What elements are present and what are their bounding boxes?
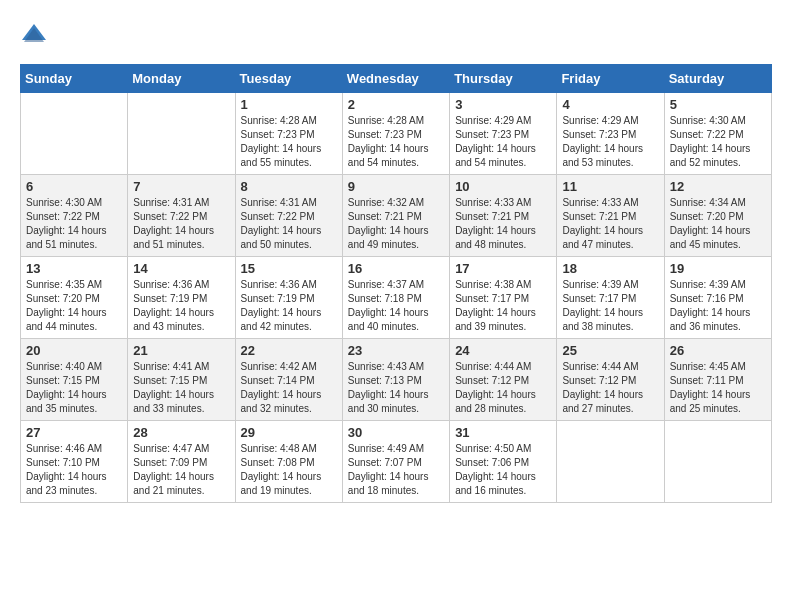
calendar-header-row: SundayMondayTuesdayWednesdayThursdayFrid…: [21, 65, 772, 93]
day-info: Sunrise: 4:41 AM Sunset: 7:15 PM Dayligh…: [133, 360, 229, 416]
day-info: Sunrise: 4:43 AM Sunset: 7:13 PM Dayligh…: [348, 360, 444, 416]
day-number: 16: [348, 261, 444, 276]
day-info: Sunrise: 4:29 AM Sunset: 7:23 PM Dayligh…: [562, 114, 658, 170]
day-number: 15: [241, 261, 337, 276]
calendar-cell: 25Sunrise: 4:44 AM Sunset: 7:12 PM Dayli…: [557, 339, 664, 421]
day-number: 12: [670, 179, 766, 194]
calendar-cell: 15Sunrise: 4:36 AM Sunset: 7:19 PM Dayli…: [235, 257, 342, 339]
day-info: Sunrise: 4:50 AM Sunset: 7:06 PM Dayligh…: [455, 442, 551, 498]
day-number: 17: [455, 261, 551, 276]
day-number: 11: [562, 179, 658, 194]
day-number: 20: [26, 343, 122, 358]
day-number: 22: [241, 343, 337, 358]
logo: [20, 20, 52, 48]
day-number: 27: [26, 425, 122, 440]
calendar-cell: 12Sunrise: 4:34 AM Sunset: 7:20 PM Dayli…: [664, 175, 771, 257]
day-number: 3: [455, 97, 551, 112]
calendar-cell: 26Sunrise: 4:45 AM Sunset: 7:11 PM Dayli…: [664, 339, 771, 421]
calendar-cell: [21, 93, 128, 175]
calendar-cell: 23Sunrise: 4:43 AM Sunset: 7:13 PM Dayli…: [342, 339, 449, 421]
day-number: 10: [455, 179, 551, 194]
calendar-week-2: 6Sunrise: 4:30 AM Sunset: 7:22 PM Daylig…: [21, 175, 772, 257]
calendar-cell: 4Sunrise: 4:29 AM Sunset: 7:23 PM Daylig…: [557, 93, 664, 175]
day-info: Sunrise: 4:32 AM Sunset: 7:21 PM Dayligh…: [348, 196, 444, 252]
calendar-cell: [557, 421, 664, 503]
day-number: 21: [133, 343, 229, 358]
day-number: 19: [670, 261, 766, 276]
day-info: Sunrise: 4:42 AM Sunset: 7:14 PM Dayligh…: [241, 360, 337, 416]
calendar-week-5: 27Sunrise: 4:46 AM Sunset: 7:10 PM Dayli…: [21, 421, 772, 503]
calendar-table: SundayMondayTuesdayWednesdayThursdayFrid…: [20, 64, 772, 503]
calendar-cell: 13Sunrise: 4:35 AM Sunset: 7:20 PM Dayli…: [21, 257, 128, 339]
weekday-header-thursday: Thursday: [450, 65, 557, 93]
calendar-cell: [664, 421, 771, 503]
day-info: Sunrise: 4:33 AM Sunset: 7:21 PM Dayligh…: [562, 196, 658, 252]
calendar-cell: 7Sunrise: 4:31 AM Sunset: 7:22 PM Daylig…: [128, 175, 235, 257]
weekday-header-sunday: Sunday: [21, 65, 128, 93]
calendar-cell: 28Sunrise: 4:47 AM Sunset: 7:09 PM Dayli…: [128, 421, 235, 503]
day-info: Sunrise: 4:30 AM Sunset: 7:22 PM Dayligh…: [670, 114, 766, 170]
calendar-cell: 16Sunrise: 4:37 AM Sunset: 7:18 PM Dayli…: [342, 257, 449, 339]
day-info: Sunrise: 4:45 AM Sunset: 7:11 PM Dayligh…: [670, 360, 766, 416]
calendar-cell: 31Sunrise: 4:50 AM Sunset: 7:06 PM Dayli…: [450, 421, 557, 503]
day-info: Sunrise: 4:40 AM Sunset: 7:15 PM Dayligh…: [26, 360, 122, 416]
calendar-cell: 30Sunrise: 4:49 AM Sunset: 7:07 PM Dayli…: [342, 421, 449, 503]
page-header: [20, 20, 772, 48]
day-info: Sunrise: 4:31 AM Sunset: 7:22 PM Dayligh…: [133, 196, 229, 252]
calendar-cell: 27Sunrise: 4:46 AM Sunset: 7:10 PM Dayli…: [21, 421, 128, 503]
calendar-week-3: 13Sunrise: 4:35 AM Sunset: 7:20 PM Dayli…: [21, 257, 772, 339]
calendar-cell: 8Sunrise: 4:31 AM Sunset: 7:22 PM Daylig…: [235, 175, 342, 257]
day-info: Sunrise: 4:44 AM Sunset: 7:12 PM Dayligh…: [455, 360, 551, 416]
day-info: Sunrise: 4:35 AM Sunset: 7:20 PM Dayligh…: [26, 278, 122, 334]
day-number: 29: [241, 425, 337, 440]
day-number: 13: [26, 261, 122, 276]
calendar-cell: 17Sunrise: 4:38 AM Sunset: 7:17 PM Dayli…: [450, 257, 557, 339]
day-info: Sunrise: 4:34 AM Sunset: 7:20 PM Dayligh…: [670, 196, 766, 252]
calendar-cell: 29Sunrise: 4:48 AM Sunset: 7:08 PM Dayli…: [235, 421, 342, 503]
day-info: Sunrise: 4:37 AM Sunset: 7:18 PM Dayligh…: [348, 278, 444, 334]
day-number: 31: [455, 425, 551, 440]
calendar-cell: 6Sunrise: 4:30 AM Sunset: 7:22 PM Daylig…: [21, 175, 128, 257]
calendar-cell: 18Sunrise: 4:39 AM Sunset: 7:17 PM Dayli…: [557, 257, 664, 339]
weekday-header-friday: Friday: [557, 65, 664, 93]
day-info: Sunrise: 4:47 AM Sunset: 7:09 PM Dayligh…: [133, 442, 229, 498]
day-number: 24: [455, 343, 551, 358]
calendar-cell: 11Sunrise: 4:33 AM Sunset: 7:21 PM Dayli…: [557, 175, 664, 257]
calendar-cell: 20Sunrise: 4:40 AM Sunset: 7:15 PM Dayli…: [21, 339, 128, 421]
day-number: 2: [348, 97, 444, 112]
day-number: 1: [241, 97, 337, 112]
calendar-cell: [128, 93, 235, 175]
day-number: 28: [133, 425, 229, 440]
day-number: 14: [133, 261, 229, 276]
calendar-cell: 24Sunrise: 4:44 AM Sunset: 7:12 PM Dayli…: [450, 339, 557, 421]
day-info: Sunrise: 4:49 AM Sunset: 7:07 PM Dayligh…: [348, 442, 444, 498]
day-number: 30: [348, 425, 444, 440]
calendar-cell: 22Sunrise: 4:42 AM Sunset: 7:14 PM Dayli…: [235, 339, 342, 421]
calendar-cell: 9Sunrise: 4:32 AM Sunset: 7:21 PM Daylig…: [342, 175, 449, 257]
day-number: 23: [348, 343, 444, 358]
day-info: Sunrise: 4:48 AM Sunset: 7:08 PM Dayligh…: [241, 442, 337, 498]
logo-icon: [20, 20, 48, 48]
calendar-cell: 5Sunrise: 4:30 AM Sunset: 7:22 PM Daylig…: [664, 93, 771, 175]
day-info: Sunrise: 4:39 AM Sunset: 7:17 PM Dayligh…: [562, 278, 658, 334]
calendar-week-1: 1Sunrise: 4:28 AM Sunset: 7:23 PM Daylig…: [21, 93, 772, 175]
day-info: Sunrise: 4:36 AM Sunset: 7:19 PM Dayligh…: [241, 278, 337, 334]
calendar-body: 1Sunrise: 4:28 AM Sunset: 7:23 PM Daylig…: [21, 93, 772, 503]
calendar-cell: 1Sunrise: 4:28 AM Sunset: 7:23 PM Daylig…: [235, 93, 342, 175]
weekday-header-saturday: Saturday: [664, 65, 771, 93]
day-number: 7: [133, 179, 229, 194]
day-info: Sunrise: 4:28 AM Sunset: 7:23 PM Dayligh…: [348, 114, 444, 170]
calendar-week-4: 20Sunrise: 4:40 AM Sunset: 7:15 PM Dayli…: [21, 339, 772, 421]
day-info: Sunrise: 4:30 AM Sunset: 7:22 PM Dayligh…: [26, 196, 122, 252]
calendar-cell: 3Sunrise: 4:29 AM Sunset: 7:23 PM Daylig…: [450, 93, 557, 175]
weekday-header-wednesday: Wednesday: [342, 65, 449, 93]
day-info: Sunrise: 4:44 AM Sunset: 7:12 PM Dayligh…: [562, 360, 658, 416]
day-number: 6: [26, 179, 122, 194]
calendar-cell: 14Sunrise: 4:36 AM Sunset: 7:19 PM Dayli…: [128, 257, 235, 339]
day-number: 9: [348, 179, 444, 194]
day-info: Sunrise: 4:28 AM Sunset: 7:23 PM Dayligh…: [241, 114, 337, 170]
day-info: Sunrise: 4:29 AM Sunset: 7:23 PM Dayligh…: [455, 114, 551, 170]
day-number: 5: [670, 97, 766, 112]
day-info: Sunrise: 4:38 AM Sunset: 7:17 PM Dayligh…: [455, 278, 551, 334]
day-number: 25: [562, 343, 658, 358]
